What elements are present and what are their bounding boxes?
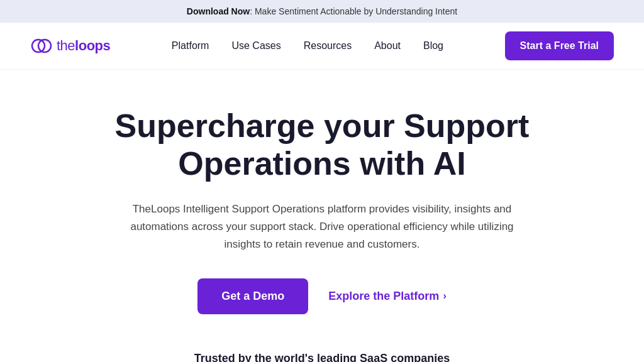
nav-link-about[interactable]: About <box>374 40 401 51</box>
logo[interactable]: theloops <box>30 37 110 55</box>
nav-link-platform[interactable]: Platform <box>172 40 209 51</box>
explore-platform-text: Explore the Platform <box>328 290 439 303</box>
logo-loops: loops <box>75 38 110 53</box>
nav-item-platform[interactable]: Platform <box>172 40 209 52</box>
announcement-bar: Download Now: Make Sentiment Actionable … <box>0 0 644 23</box>
nav-item-blog[interactable]: Blog <box>423 40 443 52</box>
hero-buttons: Get a Demo Explore the Platform › <box>197 278 446 314</box>
get-demo-button[interactable]: Get a Demo <box>197 278 308 314</box>
hero-subtitle: TheLoops Intelligent Support Operations … <box>113 200 531 253</box>
hero-section: Supercharge your Support Operations with… <box>0 70 644 339</box>
hero-title-line1: Supercharge your Support <box>115 107 530 144</box>
start-free-trial-button[interactable]: Start a Free Trial <box>505 31 614 60</box>
logo-the: the <box>57 38 75 53</box>
hero-title-line2: Operations with AI <box>178 145 465 182</box>
trusted-section: Trusted by the world's leading SaaS comp… <box>0 339 644 362</box>
explore-platform-link[interactable]: Explore the Platform › <box>328 290 446 303</box>
nav-menu: Platform Use Cases Resources About Blog <box>172 40 443 52</box>
nav-link-use-cases[interactable]: Use Cases <box>231 40 280 51</box>
logo-text: theloops <box>57 38 110 54</box>
nav-link-resources[interactable]: Resources <box>304 40 352 51</box>
chevron-right-icon: › <box>443 290 446 302</box>
nav-item-resources[interactable]: Resources <box>304 40 352 52</box>
navbar: theloops Platform Use Cases Resources Ab… <box>0 23 644 70</box>
logo-icon <box>30 37 53 55</box>
trusted-title: Trusted by the world's leading SaaS comp… <box>13 352 631 362</box>
nav-item-use-cases[interactable]: Use Cases <box>231 40 280 52</box>
hero-title: Supercharge your Support Operations with… <box>115 107 530 183</box>
announcement-text: : Make Sentiment Actionable by Understan… <box>250 6 457 16</box>
nav-item-about[interactable]: About <box>374 40 401 52</box>
announcement-bold: Download Now <box>187 6 250 16</box>
nav-link-blog[interactable]: Blog <box>423 40 443 51</box>
